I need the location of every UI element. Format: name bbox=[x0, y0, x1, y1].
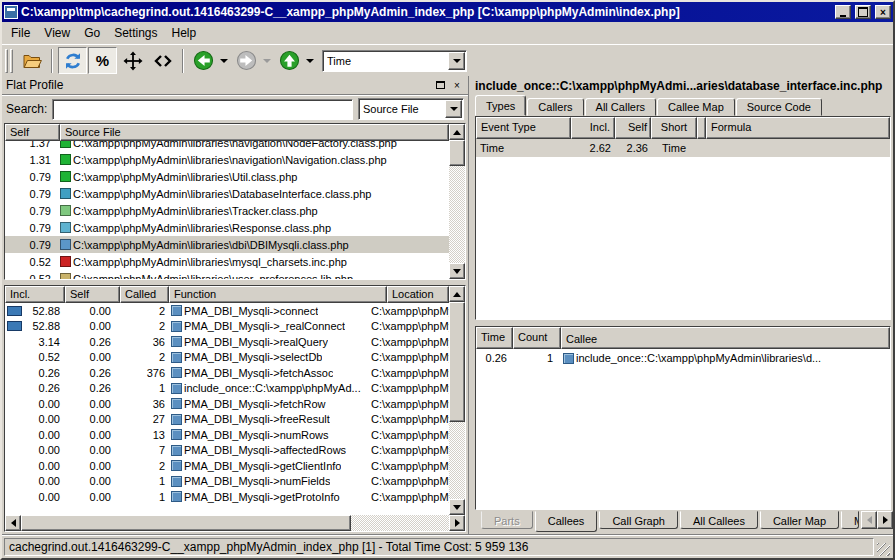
tab-callee-map[interactable]: Callee Map bbox=[657, 98, 735, 116]
tab-all-callers[interactable]: All Callers bbox=[585, 98, 657, 116]
function-row[interactable]: 0.000.001PMA_DBI_Mysqli->getProtoInfoC:\… bbox=[5, 489, 449, 505]
expand-areas-button[interactable] bbox=[118, 47, 147, 74]
file-row[interactable]: 1.37C:\xampp\phpMyAdmin\libraries\naviga… bbox=[5, 141, 449, 151]
function-row[interactable]: 0.000.0027PMA_DBI_Mysqli->freeResultC:\x… bbox=[5, 412, 449, 428]
column-header-source-file[interactable]: Source File bbox=[60, 124, 449, 141]
column-header-callee[interactable]: Callee bbox=[561, 327, 890, 349]
forward-button[interactable] bbox=[232, 47, 261, 74]
function-row[interactable]: 0.000.0036PMA_DBI_Mysqli->fetchRowC:\xam… bbox=[5, 396, 449, 412]
file-row[interactable]: 0.79C:\xampp\phpMyAdmin\libraries\Databa… bbox=[5, 185, 449, 202]
column-header-self[interactable]: Self bbox=[5, 124, 60, 141]
menu-settings[interactable]: Settings bbox=[107, 24, 164, 42]
tab-call-graph[interactable]: Call Graph bbox=[599, 511, 678, 529]
scrollbar-thumb[interactable] bbox=[21, 515, 351, 531]
relative-percent-button[interactable]: % bbox=[88, 47, 117, 74]
cost-color-icon bbox=[60, 239, 71, 250]
column-header-formula[interactable]: Formula bbox=[706, 117, 890, 139]
function-row[interactable]: 0.000.002PMA_DBI_Mysqli->getClientInfoC:… bbox=[5, 458, 449, 474]
move-icon bbox=[123, 51, 143, 71]
tab-caller-map[interactable]: Caller Map bbox=[760, 511, 839, 529]
tab-callers[interactable]: Callers bbox=[527, 98, 583, 116]
cycle-detection-button[interactable] bbox=[58, 47, 87, 74]
file-row[interactable]: 0.79C:\xampp\phpMyAdmin\libraries\Tracke… bbox=[5, 202, 449, 219]
column-header-incl[interactable]: Incl. bbox=[5, 286, 65, 303]
shorten-templates-button[interactable] bbox=[148, 47, 177, 74]
file-row[interactable]: 0.52C:\xampp\phpMyAdmin\libraries\user_p… bbox=[5, 270, 449, 279]
menu-file[interactable]: File bbox=[4, 24, 37, 42]
column-header-spacer bbox=[697, 117, 706, 139]
column-header-time[interactable]: Time bbox=[476, 327, 513, 349]
function-icon bbox=[171, 367, 182, 378]
event-type-row[interactable]: Time 2.62 2.36 Time bbox=[476, 139, 890, 157]
functions-hscrollbar[interactable] bbox=[5, 515, 465, 531]
function-row[interactable]: 3.140.2636PMA_DBI_Mysqli->realQueryC:\xa… bbox=[5, 334, 449, 350]
close-dock-button[interactable]: × bbox=[450, 79, 464, 92]
function-row[interactable]: 52.880.002PMA_DBI_Mysqli->connectC:\xamp… bbox=[5, 303, 449, 319]
function-row[interactable]: 0.000.007PMA_DBI_Mysqli->affectedRowsC:\… bbox=[5, 443, 449, 459]
function-row[interactable]: 0.000.001PMA_DBI_Mysqli->numFieldsC:\xam… bbox=[5, 474, 449, 490]
column-header-count[interactable]: Count bbox=[513, 327, 561, 349]
up-dropdown-icon[interactable] bbox=[306, 59, 314, 63]
column-header-event-type[interactable]: Event Type bbox=[476, 117, 571, 139]
file-row[interactable]: 0.52C:\xampp\phpMyAdmin\libraries\mysql_… bbox=[5, 253, 449, 270]
tab-scroll-right-icon[interactable] bbox=[877, 511, 893, 529]
column-header-self[interactable]: Self bbox=[65, 286, 120, 303]
close-button[interactable]: × bbox=[875, 5, 891, 19]
tab-types[interactable]: Types bbox=[475, 95, 526, 116]
menu-help[interactable]: Help bbox=[165, 24, 204, 42]
scroll-down-icon[interactable] bbox=[449, 263, 465, 279]
tab-source-code[interactable]: Source Code bbox=[736, 98, 822, 116]
scrollbar-thumb[interactable] bbox=[449, 302, 465, 422]
back-dropdown-icon[interactable] bbox=[220, 59, 228, 63]
event-type-selector[interactable]: Time bbox=[322, 50, 467, 72]
function-icon bbox=[171, 352, 182, 363]
scroll-up-icon[interactable] bbox=[449, 286, 465, 302]
cost-color-icon bbox=[60, 171, 71, 182]
function-row[interactable]: 0.000.0013PMA_DBI_Mysqli->numRowsC:\xamp… bbox=[5, 427, 449, 443]
open-file-button[interactable] bbox=[17, 47, 46, 74]
tab-machine-code[interactable]: Machine bbox=[841, 511, 859, 529]
menu-view[interactable]: View bbox=[37, 24, 77, 42]
types-table: Event Type Incl. Self Short Formula Time… bbox=[475, 116, 891, 320]
column-header-incl[interactable]: Incl. bbox=[571, 117, 615, 139]
scroll-down-icon[interactable] bbox=[449, 499, 465, 515]
tab-all-callees[interactable]: All Callees bbox=[680, 511, 758, 529]
functions-scrollbar[interactable] bbox=[449, 286, 465, 515]
function-row[interactable]: 0.260.26376PMA_DBI_Mysqli->fetchAssocC:\… bbox=[5, 365, 449, 381]
scrollbar-thumb[interactable] bbox=[449, 140, 465, 166]
minimize-button[interactable] bbox=[835, 5, 851, 19]
column-header-short[interactable]: Short bbox=[651, 117, 697, 139]
file-row[interactable]: 0.79C:\xampp\phpMyAdmin\libraries\Respon… bbox=[5, 219, 449, 236]
column-header-function[interactable]: Function bbox=[169, 286, 387, 303]
functions-table: Incl. Self Called Function Location 52.8… bbox=[4, 285, 466, 532]
function-row[interactable]: 52.880.002PMA_DBI_Mysqli->_realConnectC:… bbox=[5, 319, 449, 335]
grouping-selector[interactable]: Source File bbox=[358, 98, 464, 120]
scroll-up-icon[interactable] bbox=[449, 124, 465, 140]
scroll-right-icon[interactable] bbox=[449, 515, 465, 531]
resize-grip-icon[interactable] bbox=[877, 543, 890, 556]
function-row[interactable]: 0.520.002PMA_DBI_Mysqli->selectDbC:\xamp… bbox=[5, 350, 449, 366]
chevron-down-icon[interactable] bbox=[448, 52, 465, 70]
float-dock-button[interactable] bbox=[433, 79, 447, 92]
up-button[interactable] bbox=[275, 47, 304, 74]
callee-row[interactable]: 0.26 1 include_once::C:\xampp\phpMyAdmin… bbox=[476, 349, 890, 367]
function-row[interactable]: 0.260.261include_once::C:\xampp\phpMyAd.… bbox=[5, 381, 449, 397]
cost-color-icon bbox=[60, 273, 71, 279]
column-header-location[interactable]: Location bbox=[387, 286, 449, 303]
file-row[interactable]: 0.79C:\xampp\phpMyAdmin\libraries\Util.c… bbox=[5, 168, 449, 185]
menu-go[interactable]: Go bbox=[77, 24, 107, 42]
source-file-list: Self Source File 1.37C:\xampp\phpMyAdmin… bbox=[4, 123, 466, 280]
back-button[interactable] bbox=[189, 47, 218, 74]
column-header-self[interactable]: Self bbox=[615, 117, 651, 139]
chevron-down-icon[interactable] bbox=[445, 100, 462, 118]
column-header-called[interactable]: Called bbox=[120, 286, 169, 303]
toolbar-handle[interactable] bbox=[5, 49, 13, 73]
search-input[interactable] bbox=[52, 99, 353, 120]
tab-callees[interactable]: Callees bbox=[535, 511, 598, 532]
file-row[interactable]: 1.31C:\xampp\phpMyAdmin\libraries\naviga… bbox=[5, 151, 449, 168]
file-row-selected[interactable]: 0.79C:\xampp\phpMyAdmin\libraries\dbi\DB… bbox=[5, 236, 449, 253]
file-list-scrollbar[interactable] bbox=[449, 124, 465, 279]
maximize-button[interactable] bbox=[855, 5, 871, 19]
types-header: Event Type Incl. Self Short Formula bbox=[476, 117, 890, 139]
scroll-left-icon[interactable] bbox=[5, 515, 21, 531]
